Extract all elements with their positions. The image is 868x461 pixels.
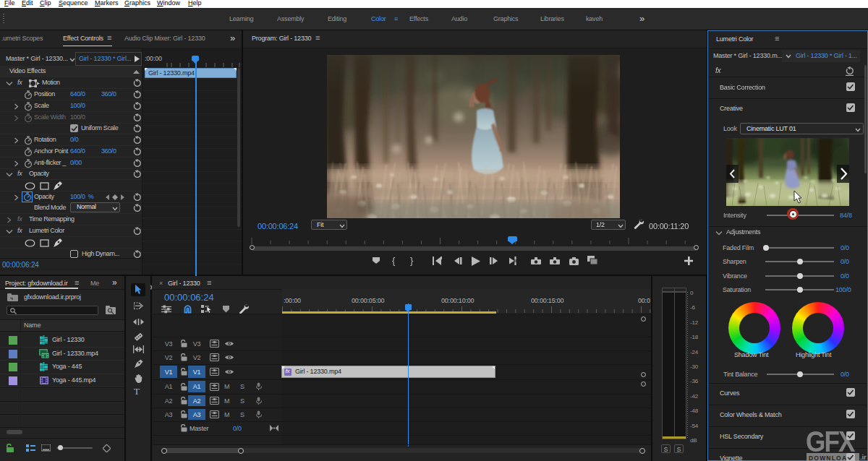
svg-text:{: { [392,255,396,266]
svg-text:}: } [410,255,414,266]
